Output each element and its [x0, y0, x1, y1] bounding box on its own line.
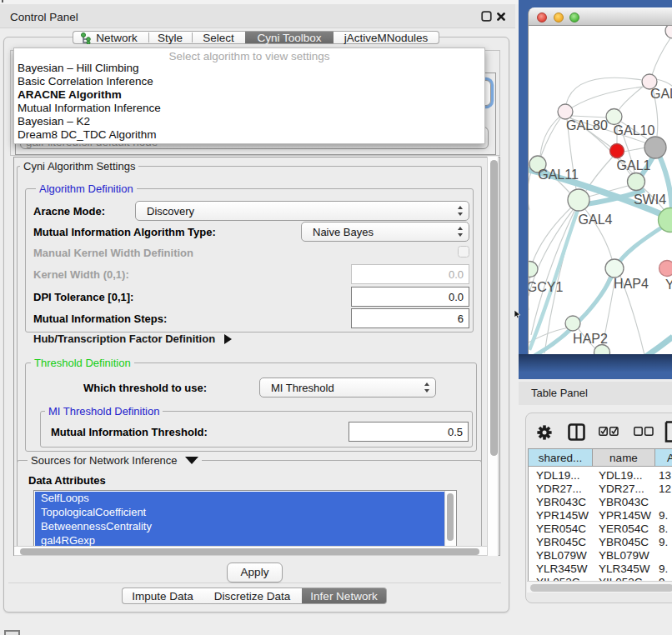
network-node[interactable]	[528, 262, 538, 278]
sources-title-row[interactable]: Sources for Network Inference	[28, 454, 202, 467]
floating-panel-icon[interactable]	[4, 630, 20, 635]
dropdown-item[interactable]: Bayesian – K2	[18, 115, 90, 128]
table-cell[interactable]: 9.	[659, 536, 668, 548]
table-cell[interactable]: YBL079W	[599, 549, 649, 562]
table-cell[interactable]: YDR27...	[599, 482, 644, 495]
network-edge[interactable]	[579, 276, 609, 319]
mac-close-button[interactable]	[537, 12, 547, 22]
table-cell[interactable]: 9.	[659, 562, 668, 575]
table-horizontal-scrollbar[interactable]	[527, 581, 672, 592]
column-header-partial[interactable]: A	[654, 448, 672, 467]
tab-infer-network[interactable]: Infer Network	[302, 588, 387, 604]
network-edge[interactable]	[528, 169, 532, 210]
table-cell[interactable]: YBR043C	[599, 496, 649, 508]
tab-impute-data[interactable]: Impute Data	[122, 588, 203, 604]
network-node[interactable]	[568, 189, 589, 211]
hub-definition-label: Hub/Transcription Factor Definition	[33, 332, 215, 345]
table-cell[interactable]: YDL19...	[536, 469, 580, 482]
network-edge[interactable]	[531, 211, 574, 335]
close-icon[interactable]	[496, 12, 506, 22]
network-node[interactable]	[594, 345, 610, 355]
table-cell[interactable]: YBR045C	[599, 536, 649, 548]
mouse-cursor	[514, 310, 522, 320]
network-node[interactable]	[628, 173, 645, 191]
network-node[interactable]	[644, 137, 666, 158]
apply-button[interactable]: Apply	[227, 562, 283, 582]
table-cell[interactable]: YBR043C	[536, 496, 586, 508]
table-cell[interactable]: 9.	[659, 509, 668, 522]
tab-jactivemnodules[interactable]: jActiveMNodules	[333, 31, 439, 44]
document-icon[interactable]	[664, 421, 672, 442]
dropdown-item[interactable]: Bayesian – Hill Climbing	[18, 62, 139, 74]
mac-zoom-button[interactable]	[569, 12, 579, 22]
kernel-width-field[interactable]: 0.0	[351, 264, 469, 284]
table-cell[interactable]: YDL19...	[599, 469, 643, 482]
combo-arrows-icon	[458, 226, 464, 238]
table-cell[interactable]: 12	[659, 482, 671, 495]
unchecked-columns-icon[interactable]	[634, 427, 654, 437]
network-edge[interactable]	[624, 148, 646, 152]
network-node[interactable]	[665, 26, 672, 38]
network-canvas[interactable]: GAL2GAL80GAL10GAL1GAL11SWI4GAL4GCY1HAP4Y…	[528, 26, 672, 354]
float-icon[interactable]	[481, 11, 492, 22]
split-panel-icon[interactable]	[568, 423, 585, 441]
manual-kernel-checkbox[interactable]	[458, 246, 469, 258]
mi-steps-field[interactable]: 6	[351, 308, 469, 328]
mi-threshold-field[interactable]: 0.5	[349, 422, 469, 442]
dpi-tolerance-field[interactable]: 0.0	[351, 287, 469, 307]
network-edge[interactable]	[533, 208, 571, 262]
network-edge[interactable]	[572, 116, 607, 118]
table-cell[interactable]: YPR145W	[599, 509, 651, 522]
tab-style[interactable]: Style	[148, 31, 192, 44]
network-node[interactable]	[610, 144, 624, 158]
network-window-titlebar	[528, 8, 672, 26]
tab-select[interactable]: Select	[192, 31, 245, 44]
checked-columns-icon[interactable]	[599, 427, 619, 437]
network-edge-highlighted[interactable]	[639, 337, 672, 354]
table-cell[interactable]: YLR345W	[599, 562, 650, 575]
gear-icon[interactable]	[537, 425, 552, 440]
network-node[interactable]	[606, 109, 622, 125]
network-edge[interactable]	[566, 78, 642, 104]
column-header-name[interactable]: name	[592, 448, 654, 467]
combo-arrows-icon	[458, 205, 464, 217]
attribute-list-item[interactable]: TopologicalCoefficient	[35, 506, 444, 520]
network-node[interactable]	[558, 104, 573, 119]
column-header-shared-name[interactable]: shared...	[528, 448, 592, 467]
attribute-list-item[interactable]: BetweennessCentrality	[35, 520, 444, 534]
network-node[interactable]	[605, 259, 624, 278]
table-cell[interactable]: YPR145W	[536, 509, 589, 522]
attribute-list-item[interactable]: SelfLoops	[35, 492, 444, 506]
dropdown-item[interactable]: ARACNE Algorithm	[18, 88, 122, 101]
network-node[interactable]	[659, 261, 672, 277]
mi-type-combo[interactable]: Naive Bayes	[301, 222, 469, 242]
tab-cyni-toolbox[interactable]: Cyni Toolbox	[245, 31, 333, 44]
table-cell[interactable]: YLR345W	[536, 562, 588, 575]
network-icon	[81, 32, 92, 44]
dropdown-item[interactable]: Mutual Information Inference	[18, 102, 161, 114]
dropdown-item[interactable]: Dream8 DC_TDC Algorithm	[18, 128, 157, 141]
table-cell[interactable]: YBL079W	[536, 549, 587, 562]
table-cell[interactable]: YBR045C	[536, 536, 586, 548]
mac-minimize-button[interactable]	[554, 12, 564, 22]
settings-vertical-scrollbar[interactable]	[487, 157, 499, 556]
attribute-list-scrollbar[interactable]	[444, 491, 455, 546]
which-threshold-combo[interactable]: MI Threshold	[259, 378, 436, 398]
aracne-mode-combo[interactable]: Discovery	[135, 201, 469, 221]
table-cell[interactable]: YER054C	[536, 522, 586, 535]
table-cell[interactable]: 13	[659, 469, 671, 482]
network-edge[interactable]	[541, 118, 560, 156]
settings-horizontal-scrollbar[interactable]	[14, 546, 487, 556]
network-edge[interactable]	[652, 38, 670, 75]
data-attributes-list[interactable]: SelfLoopsTopologicalCoefficientBetweenne…	[33, 490, 457, 548]
tab-network[interactable]: Network	[73, 31, 148, 44]
table-body[interactable]: YDL19...YDL19...13YDR27...YDR27...12YBR0…	[528, 467, 672, 581]
table-cell[interactable]: 8.	[659, 522, 668, 535]
network-edge[interactable]	[656, 79, 672, 87]
table-cell[interactable]: YER054C	[599, 522, 649, 535]
hub-definition-toggle[interactable]: Hub/Transcription Factor Definition	[33, 332, 232, 345]
tab-discretize-data[interactable]: Discretize Data	[203, 588, 302, 604]
table-cell[interactable]: YDR27...	[536, 482, 582, 495]
dropdown-item[interactable]: Basic Correlation Inference	[18, 75, 153, 88]
network-node[interactable]	[565, 316, 580, 331]
